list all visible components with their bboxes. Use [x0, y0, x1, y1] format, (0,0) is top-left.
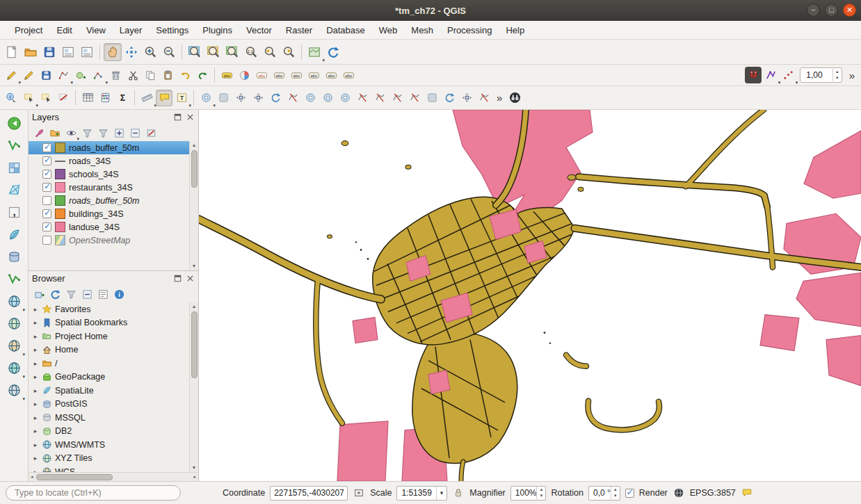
layer-item-schools-34s[interactable]: schools_34S: [29, 168, 189, 181]
menu-edit[interactable]: Edit: [50, 22, 78, 38]
browser-horizontal-scrollbar[interactable]: ◂ ▸: [29, 472, 198, 481]
vertex-tool-button[interactable]: ▾: [90, 67, 106, 83]
layer-visibility-checkbox[interactable]: [42, 209, 51, 218]
layer-symbol-swatch[interactable]: [55, 209, 65, 219]
spin-arrows-icon[interactable]: ▲▼: [611, 487, 620, 499]
layer-symbol-swatch[interactable]: [55, 182, 65, 193]
messages-icon[interactable]: [741, 487, 753, 499]
menu-layer[interactable]: Layer: [113, 22, 149, 38]
layers-panel-dock-icon[interactable]: [172, 113, 182, 122]
select-features-button[interactable]: ▾: [20, 90, 37, 106]
measure-button[interactable]: ▾: [138, 90, 155, 106]
expander-icon[interactable]: ▸: [32, 400, 39, 407]
search-locator-button[interactable]: [506, 90, 523, 106]
scroll-right-icon[interactable]: ▸: [191, 473, 198, 481]
paste-features-button[interactable]: [159, 67, 176, 83]
scroll-up-icon[interactable]: ▲: [192, 302, 197, 311]
add-ring-button[interactable]: [302, 90, 319, 106]
spin-arrows-icon[interactable]: ▲▼: [832, 69, 842, 81]
maximize-button[interactable]: □: [825, 3, 838, 17]
rotate-label-button[interactable]: abc: [323, 67, 339, 83]
project-open-button[interactable]: [22, 43, 40, 61]
expand-all-button[interactable]: [112, 126, 126, 140]
menu-project[interactable]: Project: [8, 22, 49, 38]
digitize-tool-button[interactable]: ▾: [55, 67, 72, 83]
expander-icon[interactable]: ▸: [32, 373, 39, 380]
add-arcgis-layer-button[interactable]: ▾: [4, 380, 24, 400]
add-postgis-layer-button[interactable]: [4, 247, 24, 266]
zoom-native-button[interactable]: 1:1: [242, 43, 260, 61]
tracing-button[interactable]: ▾: [762, 67, 779, 83]
deselect-all-button[interactable]: [55, 90, 72, 106]
scale-combo[interactable]: 1:51359 ▾: [396, 486, 447, 501]
layer-item-openstreetmap[interactable]: OpenStreetMap: [29, 234, 189, 247]
minimize-button[interactable]: −: [807, 3, 820, 17]
layer-visibility-checkbox[interactable]: [42, 196, 51, 205]
browser-item-[interactable]: ▸/: [29, 357, 189, 371]
filter-expression-button[interactable]: [96, 126, 110, 140]
layer-visibility-checkbox[interactable]: [42, 183, 51, 192]
lock-scale-icon[interactable]: [452, 487, 465, 499]
layer-symbol-swatch[interactable]: [55, 222, 65, 232]
collapse-all-button[interactable]: [128, 126, 142, 140]
refresh-browser-button[interactable]: [48, 287, 62, 301]
delete-selected-button[interactable]: [107, 67, 124, 83]
expander-icon[interactable]: ▸: [32, 346, 39, 353]
browser-item-spatialite[interactable]: ▸SpatiaLite: [29, 384, 189, 398]
rotation-spinbox[interactable]: 0,0 ° ▲▼: [588, 486, 620, 501]
menu-raster[interactable]: Raster: [280, 22, 319, 38]
add-xyz-layer-button[interactable]: [4, 314, 24, 333]
layer-visibility-checkbox[interactable]: [42, 156, 51, 165]
filter-legend-button[interactable]: [80, 126, 94, 140]
project-new-button[interactable]: [3, 43, 21, 61]
data-source-manager-button[interactable]: [4, 113, 24, 133]
layer-item-roads-buffer-50m[interactable]: roads_buffer_50m: [29, 194, 189, 207]
current-edits-button[interactable]: ▾: [3, 67, 19, 83]
layers-scrollbar[interactable]: ▲ ▼: [189, 141, 198, 270]
menu-web[interactable]: Web: [373, 22, 404, 38]
magnifier-spinbox[interactable]: 100% ▲▼: [510, 486, 547, 501]
layer-diagram-button[interactable]: [236, 67, 252, 83]
extents-toggle-icon[interactable]: [353, 487, 365, 499]
expander-icon[interactable]: ▸: [32, 360, 39, 367]
change-label-button[interactable]: abc: [340, 67, 357, 83]
layer-visibility-checkbox[interactable]: [42, 222, 51, 231]
cut-features-button[interactable]: [124, 67, 141, 83]
browser-item-mssql[interactable]: ▸MSSQL: [29, 411, 189, 425]
browser-item-wcs[interactable]: ▸WCS: [29, 465, 189, 472]
pin-labels-button[interactable]: abc: [271, 67, 287, 83]
add-delimited-text-layer-button[interactable]: ,: [4, 202, 24, 222]
browser-item-project-home[interactable]: ▸Project Home: [29, 330, 189, 343]
show-properties-button[interactable]: [96, 287, 110, 301]
browser-panel-dock-icon[interactable]: [172, 274, 182, 284]
browser-item-favorites[interactable]: ▸Favorites: [29, 302, 189, 316]
layer-item-roads-buffer-50m[interactable]: roads_buffer_50m: [29, 141, 189, 154]
expander-icon[interactable]: ▸: [32, 414, 39, 421]
render-checkbox[interactable]: [625, 489, 634, 498]
layer-symbol-raster[interactable]: [55, 235, 65, 245]
move-label-button[interactable]: abc: [305, 67, 322, 83]
snapping-button[interactable]: [745, 67, 762, 83]
stroke-width-spin[interactable]: 1,00▲▼: [800, 67, 842, 83]
offset-curve-button[interactable]: [354, 90, 371, 106]
statistical-summary-button[interactable]: Σ: [114, 90, 131, 106]
split-features-button[interactable]: [389, 90, 405, 106]
map-tips-button[interactable]: [156, 90, 172, 106]
new-map-view-button[interactable]: ▾: [305, 43, 323, 61]
layout-manager-button[interactable]: [78, 43, 96, 61]
add-wcs-layer-button[interactable]: ▾: [4, 336, 24, 355]
add-vector-layer-button[interactable]: [4, 136, 24, 155]
copy-move-feature-button[interactable]: [250, 90, 266, 106]
titlebar[interactable]: *tm_ch72 - QGIS − □ ✕: [0, 0, 861, 21]
browser-item-geopackage[interactable]: ▸GeoPackage: [29, 371, 189, 384]
browser-item-wms-wmts[interactable]: ▸WMS/WMTS: [29, 438, 189, 452]
add-mesh-layer-button[interactable]: [4, 180, 24, 200]
reshape-features-button[interactable]: [371, 90, 388, 106]
menu-help[interactable]: Help: [499, 22, 531, 38]
crs-label[interactable]: EPSG:3857: [690, 488, 736, 498]
remove-layer-button[interactable]: [144, 126, 158, 140]
add-feature-button[interactable]: [72, 67, 89, 83]
redo-button[interactable]: [194, 67, 211, 83]
add-wms-layer-button[interactable]: ▾: [4, 291, 24, 311]
open-attribute-table-button[interactable]: [79, 90, 96, 106]
